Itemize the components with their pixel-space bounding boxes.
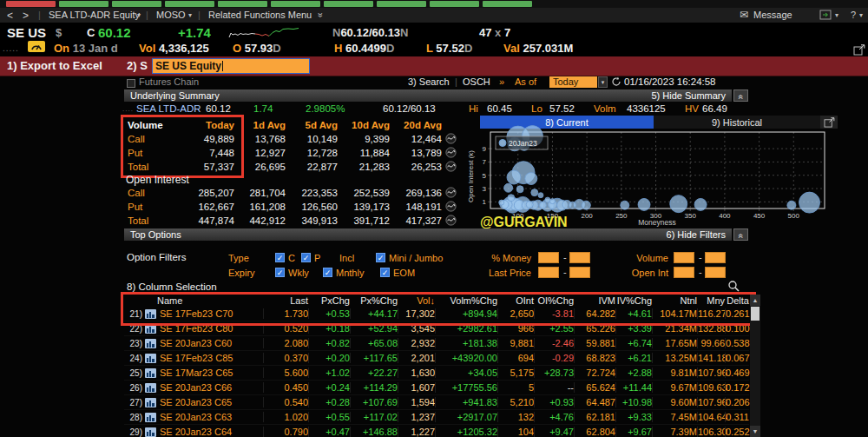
option-cell: 0.540	[263, 397, 308, 407]
related-functions-menu[interactable]: Related Functions Menu	[208, 10, 312, 20]
ask-size: 7	[504, 26, 510, 39]
option-cell: -0.29	[534, 353, 574, 363]
chart-icon[interactable]	[143, 427, 157, 437]
mini-chart-icon[interactable]	[442, 201, 457, 214]
envelope-icon[interactable]: ✉	[740, 9, 748, 21]
volume-max-input[interactable]	[705, 252, 726, 263]
price-change: +1.74	[178, 25, 211, 40]
chart-icon[interactable]	[143, 398, 157, 407]
wkly-checkbox[interactable]: ✓	[275, 268, 285, 277]
chevron-down-icon[interactable]: ▾	[859, 11, 863, 19]
workspace-tab-4[interactable]	[165, 1, 214, 7]
option-cell: 104.64	[697, 412, 725, 422]
workspace-tab-2[interactable]	[59, 1, 108, 7]
gauge-icon[interactable]	[28, 41, 45, 52]
put-checkbox[interactable]: ✓	[301, 253, 311, 262]
magnifier-icon[interactable]	[727, 280, 740, 292]
chart-icon[interactable]	[143, 339, 157, 348]
workspace-tab-1[interactable]	[6, 1, 56, 7]
workspace-tab-10[interactable]	[483, 1, 532, 7]
forward-arrow-icon[interactable]: >	[23, 10, 29, 22]
oi-bubble	[516, 186, 523, 193]
option-row[interactable]: 24)SE 17Feb23 C850.370+0.20+117.652,201+…	[124, 351, 749, 366]
mini-chart-icon[interactable]	[442, 215, 457, 228]
eom-checkbox[interactable]: ✓	[380, 268, 390, 277]
underlying-name[interactable]: SEA LTD-ADR	[136, 103, 201, 114]
security-menu[interactable]: SEA LTD-ADR Equity	[49, 10, 140, 20]
underlying-change: 1.74	[253, 103, 273, 114]
chart-icon[interactable]	[143, 383, 157, 393]
hi-value: 60.45	[487, 103, 512, 114]
option-cell: +1205.32	[435, 427, 497, 437]
pct-money-min-input[interactable]	[538, 252, 559, 263]
date-value: 13 Jan	[73, 42, 108, 55]
option-cell: 68.823	[574, 353, 615, 363]
as-of-dropdown[interactable]: Today	[549, 76, 597, 88]
chevron-down-icon[interactable]: ▾	[188, 11, 192, 19]
mini-chart-icon[interactable]	[442, 147, 457, 160]
option-row[interactable]: 27)SE 20Jan23 C650.540+0.28+107.691,594+…	[124, 395, 749, 410]
message-button[interactable]: Message	[753, 10, 792, 20]
scroll-up-button[interactable]: ▲	[750, 295, 760, 306]
back-arrow-icon[interactable]: <	[7, 10, 13, 22]
volume-min-input[interactable]	[674, 252, 694, 263]
table-scrollbar[interactable]: ▲ ▼	[750, 295, 760, 437]
workspace-tab-5[interactable]	[218, 1, 267, 7]
hi-label: Hi	[469, 103, 478, 114]
collapse-filters-button[interactable]: «	[733, 228, 748, 241]
historical-tab[interactable]: 9) Historical	[654, 116, 820, 129]
open-int-min-input[interactable]	[674, 267, 694, 278]
workspace-tab-8[interactable]	[377, 1, 426, 7]
panel-icon[interactable]	[819, 10, 832, 23]
chart-icon[interactable]	[143, 368, 157, 378]
last-price-min-input[interactable]	[538, 267, 559, 278]
mini-jumbo-checkbox[interactable]: ✓	[376, 253, 385, 262]
refresh-icon[interactable]	[611, 76, 621, 87]
moso-menu[interactable]: MOSO	[156, 10, 186, 20]
tick-label: 400	[719, 212, 731, 220]
option-cell: 62.181	[574, 412, 615, 422]
option-row[interactable]: 28)SE 20Jan23 C631.020+0.55+117.021,237+…	[124, 410, 749, 425]
call-checkbox[interactable]: ✓	[275, 253, 285, 262]
row-number: 24)	[124, 354, 143, 363]
tick-label: 7	[483, 158, 487, 166]
search-button[interactable]: 3) Search	[408, 76, 450, 87]
expand-chart-icon[interactable]	[820, 116, 838, 129]
mini-chart-icon[interactable]	[442, 187, 457, 200]
workspace-tab-7[interactable]	[324, 1, 373, 7]
osch-button[interactable]: OSCH	[463, 76, 490, 87]
option-row[interactable]: 23)SE 20Jan23 C602.080+0.82+65.082,932+1…	[124, 336, 749, 351]
workspace-tab-6[interactable]	[271, 1, 320, 7]
current-tab[interactable]: 8) Current	[480, 116, 654, 129]
hide-summary-button[interactable]: 5) Hide Summary	[651, 90, 726, 101]
ticker-input[interactable]: SE US Equity	[152, 58, 310, 74]
mini-chart-icon[interactable]	[442, 133, 457, 146]
collapse-summary-button[interactable]: «	[733, 89, 748, 102]
workspace-tab-9[interactable]	[430, 1, 479, 7]
option-row[interactable]: 25)SE 17Mar23 C655.600+1.02+22.271,630+3…	[124, 366, 749, 381]
last-price-max-input[interactable]	[569, 267, 590, 278]
pct-money-max-input[interactable]	[569, 252, 590, 263]
option-row[interactable]: 26)SE 20Jan23 C660.450+0.24+114.291,607+…	[124, 381, 749, 395]
chart-icon[interactable]	[143, 354, 157, 363]
chart-icon[interactable]	[143, 413, 157, 422]
mnthly-checkbox[interactable]: ✓	[323, 268, 332, 277]
open-int-max-input[interactable]	[705, 267, 726, 278]
option-row[interactable]: 29)SE 20Jan23 C640.790+0.47+146.881,227+…	[124, 425, 749, 437]
export-to-excel-button[interactable]: 1) Export to Excel	[7, 59, 102, 72]
volume-value: 9,399	[338, 134, 390, 144]
futures-chain-checkbox[interactable]	[127, 79, 135, 88]
option-cell: +10.98	[615, 397, 652, 407]
column-selection-button[interactable]: 8) Column Selection	[127, 281, 217, 292]
scroll-down-button[interactable]: ▼	[750, 426, 760, 437]
chevron-double-down-icon[interactable]: «	[315, 13, 325, 18]
workspace-tab-3[interactable]	[112, 1, 161, 7]
mini-chart-icon[interactable]	[442, 161, 457, 174]
help-button[interactable]: ?	[851, 10, 856, 20]
chevron-down-icon[interactable]: ▾	[137, 11, 141, 19]
hide-filters-button[interactable]: 6) Hide Filters	[667, 229, 726, 240]
chevron-down-icon[interactable]: ▾	[835, 11, 838, 19]
scrollbar-thumb[interactable]	[751, 307, 760, 321]
low-group: L 57.52D	[426, 42, 472, 55]
as-of-dropdown-arrow[interactable]: ▾	[598, 76, 608, 88]
